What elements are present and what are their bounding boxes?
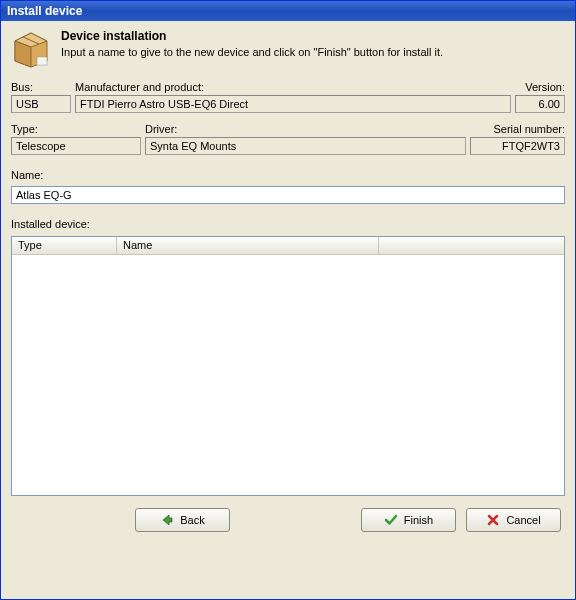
finish-button[interactable]: Finish: [361, 508, 456, 532]
name-label: Name:: [11, 167, 565, 183]
header-title: Device installation: [61, 29, 443, 43]
version-field: 6.00: [515, 95, 565, 113]
row-bus-mfg-ver: Bus: USB Manufacturer and product: FTDI …: [11, 79, 565, 113]
button-bar: Back Finish Cancel: [1, 496, 575, 546]
column-header-type[interactable]: Type: [12, 237, 117, 254]
back-button[interactable]: Back: [135, 508, 230, 532]
name-input[interactable]: [11, 186, 565, 204]
header-panel: Device installation Input a name to give…: [1, 21, 575, 79]
serial-field: FTQF2WT3: [470, 137, 565, 155]
column-header-name[interactable]: Name: [117, 237, 379, 254]
manufacturer-field: FTDI Pierro Astro USB-EQ6 Direct: [75, 95, 511, 113]
back-button-label: Back: [180, 514, 204, 526]
finish-button-label: Finish: [404, 514, 433, 526]
form-area: Bus: USB Manufacturer and product: FTDI …: [1, 79, 575, 496]
bus-field: USB: [11, 95, 71, 113]
install-device-dialog: Install device Device installation Input…: [0, 0, 576, 600]
name-section: Name:: [11, 167, 565, 204]
serial-label: Serial number:: [470, 121, 565, 137]
type-field: Telescope: [11, 137, 141, 155]
bus-label: Bus:: [11, 79, 71, 95]
svg-rect-4: [37, 57, 47, 65]
package-box-icon: [11, 29, 51, 69]
table-header: Type Name: [12, 237, 564, 255]
table-body: [12, 255, 564, 495]
header-text: Device installation Input a name to give…: [61, 29, 443, 58]
close-icon: [486, 513, 500, 527]
arrow-left-icon: [160, 513, 174, 527]
check-icon: [384, 513, 398, 527]
version-label: Version:: [515, 79, 565, 95]
type-label: Type:: [11, 121, 141, 137]
driver-field: Synta EQ Mounts: [145, 137, 466, 155]
installed-device-table[interactable]: Type Name: [11, 236, 565, 496]
installed-section: Installed device: Type Name: [11, 216, 565, 496]
cancel-button-label: Cancel: [506, 514, 540, 526]
installed-label: Installed device:: [11, 216, 565, 232]
manufacturer-label: Manufacturer and product:: [75, 79, 511, 95]
cancel-button[interactable]: Cancel: [466, 508, 561, 532]
driver-label: Driver:: [145, 121, 466, 137]
header-subtitle: Input a name to give to the new device a…: [61, 46, 443, 58]
window-title: Install device: [7, 4, 82, 18]
row-type-drv-sn: Type: Telescope Driver: Synta EQ Mounts …: [11, 121, 565, 155]
column-header-extra[interactable]: [379, 237, 564, 254]
titlebar: Install device: [1, 1, 575, 21]
